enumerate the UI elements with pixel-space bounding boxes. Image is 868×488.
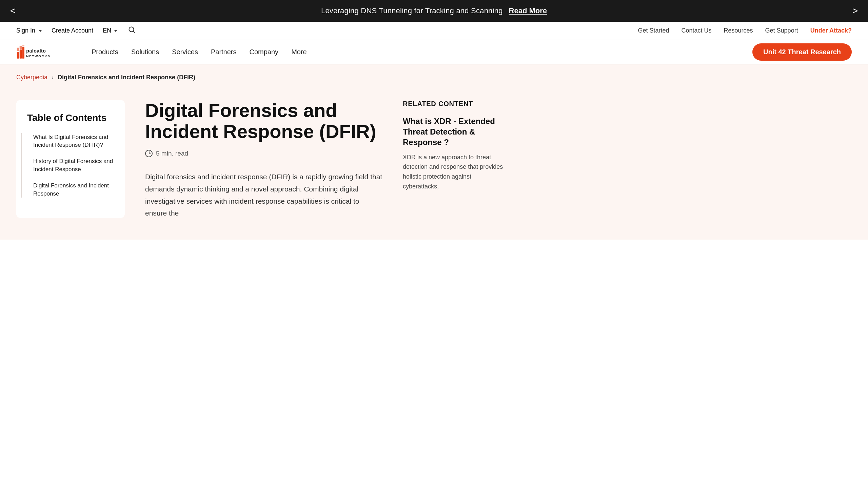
nav-partners[interactable]: Partners [206,46,241,58]
toc-items: What Is Digital Forensics and Incident R… [27,133,114,198]
content-wrapper: Table of Contents What Is Digital Forens… [0,86,868,240]
language-selector[interactable]: EN [103,27,117,34]
unit42-cta-button[interactable]: Unit 42 Threat Research [752,43,852,61]
toc-title: Table of Contents [27,112,114,124]
announcement-bar: < Leveraging DNS Tunneling for Tracking … [0,0,868,22]
nav-company[interactable]: Company [245,46,283,58]
announcement-next-button[interactable]: > [849,5,861,16]
nav-get-support[interactable]: Get Support [765,27,798,34]
nav-more[interactable]: More [287,46,312,58]
logo[interactable]: paloalto NETWORKS [16,44,71,61]
svg-rect-2 [17,52,19,59]
search-button[interactable] [128,26,136,36]
toc-item[interactable]: What Is Digital Forensics and Incident R… [33,133,114,149]
breadcrumb: Cyberpedia › Digital Forensics and Incid… [16,74,852,81]
article-main: Digital Forensics and Incident Response … [145,100,382,219]
nav-under-attack[interactable]: Under Attack? [810,27,852,34]
announcement-prev-button[interactable]: < [7,5,19,16]
svg-rect-6 [22,47,24,58]
related-card-body: XDR is a new approach to threat detectio… [403,152,505,191]
toc-item[interactable]: Digital Forensics and Incident Response [33,182,114,198]
svg-rect-5 [20,46,22,49]
announcement-text: Leveraging DNS Tunneling for Tracking an… [321,6,503,15]
sign-in-button[interactable]: Sign In [16,27,42,34]
svg-text:NETWORKS: NETWORKS [26,54,50,58]
svg-rect-4 [20,49,22,59]
nav-solutions[interactable]: Solutions [126,46,164,58]
nav-resources[interactable]: Resources [724,27,753,34]
toc-bar-decoration [21,133,22,198]
sign-in-label: Sign In [16,27,35,34]
nav-get-started[interactable]: Get Started [638,27,669,34]
breadcrumb-separator: › [52,74,54,81]
lang-chevron-icon [114,30,117,32]
main-nav: paloalto NETWORKS Products Solutions Ser… [0,40,868,64]
article-read-time: 5 min. read [156,150,188,157]
breadcrumb-parent-link[interactable]: Cyberpedia [16,74,47,81]
utility-nav: Sign In Create Account EN Get Started Co… [0,22,868,40]
create-account-link[interactable]: Create Account [52,27,93,34]
main-nav-links: Products Solutions Services Partners Com… [87,46,312,58]
svg-text:paloalto: paloalto [26,48,46,53]
related-content-title: RELATED CONTENT [403,100,505,108]
related-card-title[interactable]: What is XDR - Extended Threat Detection … [403,116,505,148]
nav-services[interactable]: Services [167,46,203,58]
announcement-read-more-link[interactable]: Read More [509,6,547,15]
search-icon [128,26,136,34]
utility-nav-left: Sign In Create Account EN [16,26,136,36]
breadcrumb-section: Cyberpedia › Digital Forensics and Incid… [0,64,868,86]
svg-line-1 [133,31,135,33]
lang-label: EN [103,27,111,34]
related-sidebar: RELATED CONTENT What is XDR - Extended T… [403,100,505,191]
breadcrumb-current-page: Digital Forensics and Incident Response … [58,74,195,81]
toc-card: Table of Contents What Is Digital Forens… [16,100,125,218]
nav-contact-us[interactable]: Contact Us [681,27,711,34]
toc-item[interactable]: History of Digital Forensics and Inciden… [33,157,114,174]
logo-svg: paloalto NETWORKS [16,44,71,61]
nav-products[interactable]: Products [87,46,123,58]
article-meta: 5 min. read [145,150,382,157]
svg-rect-7 [22,45,24,46]
svg-rect-3 [17,47,19,51]
article-title: Digital Forensics and Incident Response … [145,100,382,142]
sign-in-chevron-icon [39,30,42,32]
clock-icon [145,150,153,157]
article-body: Digital forensics and incident response … [145,171,382,219]
utility-nav-right: Get Started Contact Us Resources Get Sup… [638,27,852,34]
